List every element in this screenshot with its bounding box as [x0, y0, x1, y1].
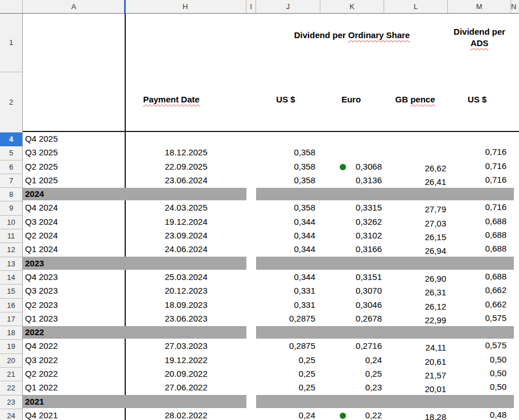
cell-dividend-ads-usd[interactable]: 0,575	[448, 311, 506, 325]
row-header-4[interactable]: 4	[0, 133, 22, 146]
row-header-11[interactable]: 11	[0, 229, 22, 243]
cell-dividend-usd[interactable]: 0,24	[256, 409, 315, 420]
cell-dividend-usd[interactable]: 0,331	[256, 298, 315, 312]
row-header-7[interactable]: 7	[0, 174, 22, 188]
payment-date-header[interactable]: Payment Date	[126, 94, 217, 104]
cell-dividend-euro[interactable]: 0,3262	[320, 215, 382, 229]
cell-payment-date[interactable]: 19.12.2022	[126, 353, 246, 367]
row-header-15[interactable]: 15	[0, 285, 22, 298]
row-header-1[interactable]: 1	[0, 14, 22, 72]
cell-dividend-ads-usd[interactable]: 0,575	[448, 339, 506, 352]
year-label[interactable]: 2022	[25, 326, 44, 339]
ads-usd-header[interactable]: US $	[448, 94, 506, 104]
year-label[interactable]: 2024	[25, 187, 44, 201]
row-header-22[interactable]: 22	[0, 381, 22, 395]
year-label[interactable]: 2021	[25, 395, 44, 409]
row-header-13[interactable]: 13	[0, 257, 22, 271]
cell-dividend-ads-usd[interactable]: 0,50	[448, 353, 506, 367]
cell-payment-date[interactable]: 27.03.2023	[126, 339, 246, 353]
column-header-H[interactable]: H	[125, 0, 246, 13]
row-header-18[interactable]: 18	[0, 326, 22, 340]
cell-quarter[interactable]: Q2 2025	[25, 160, 58, 174]
row-header-24[interactable]: 24	[0, 409, 22, 420]
row-header-16[interactable]: 16	[0, 299, 22, 312]
cell-dividend-ads-usd[interactable]: 0,48	[448, 408, 506, 420]
cell-dividend-euro[interactable]: 0,3136	[320, 174, 382, 187]
row-header-20[interactable]: 20	[0, 354, 22, 368]
cell-payment-date[interactable]: 24.06.2024	[126, 242, 246, 256]
cell-dividend-euro[interactable]: 0,3070	[320, 284, 382, 298]
cell-quarter[interactable]: Q4 2024	[25, 201, 58, 215]
cell-payment-date[interactable]: 23.06.2024	[126, 174, 246, 187]
cell-quarter[interactable]: Q3 2025	[25, 146, 58, 159]
row-header-2[interactable]: 2	[0, 72, 22, 133]
year-label[interactable]: 2023	[25, 257, 44, 270]
ordinary-share-group-header[interactable]: Dividend per Ordinary Share	[256, 30, 448, 40]
cell-payment-date[interactable]: 23.09.2024	[126, 229, 246, 242]
cell-dividend-ads-usd[interactable]: 0,50	[448, 380, 506, 394]
row-header-21[interactable]: 21	[0, 368, 22, 381]
cell-dividend-ads-usd[interactable]: 0,688	[448, 270, 506, 283]
row-header-12[interactable]: 12	[0, 243, 22, 257]
cell-dividend-usd[interactable]: 0,358	[256, 146, 315, 159]
cell-dividend-usd[interactable]: 0,358	[256, 174, 315, 187]
cell-dividend-ads-usd[interactable]: 0,688	[448, 215, 506, 228]
cell-dividend-ads-usd[interactable]: 0,662	[448, 298, 506, 311]
cell-quarter[interactable]: Q1 2025	[25, 174, 58, 187]
cell-dividend-euro[interactable]: 0,3151	[320, 270, 382, 284]
row-header-10[interactable]: 10	[0, 216, 22, 229]
cell-dividend-euro[interactable]	[320, 132, 382, 146]
cell-dividend-euro[interactable]: 0,2716	[320, 339, 382, 353]
cell-payment-date[interactable]: 24.03.2025	[126, 201, 246, 215]
cell-dividend-ads-usd[interactable]: 0,50	[448, 367, 506, 380]
cell-dividend-usd[interactable]: 0,344	[256, 229, 315, 242]
cell-dividend-usd[interactable]: 0,344	[256, 270, 315, 284]
cell-quarter[interactable]: Q3 2024	[25, 215, 58, 229]
cell-quarter[interactable]: Q2 2024	[25, 229, 58, 242]
cell-dividend-usd[interactable]: 0,358	[256, 201, 315, 215]
cell-quarter[interactable]: Q1 2022	[25, 381, 58, 394]
euro-header[interactable]: Euro	[320, 94, 382, 104]
row-header-23[interactable]: 23	[0, 396, 22, 409]
cell-dividend-euro[interactable]: 0,25	[320, 367, 382, 381]
usd-header[interactable]: US $	[256, 94, 315, 104]
cell-quarter[interactable]: Q3 2022	[25, 353, 58, 367]
row-header-9[interactable]: 9	[0, 201, 22, 215]
cell-dividend-ads-usd[interactable]: 0,716	[448, 173, 506, 187]
cell-payment-date[interactable]: 18.12.2025	[126, 146, 246, 159]
cell-payment-date[interactable]: 27.06.2022	[126, 381, 246, 394]
cell-payment-date[interactable]: 20.09.2022	[126, 367, 246, 381]
cell-dividend-euro[interactable]: 0,24	[320, 353, 382, 367]
column-header-K[interactable]: K	[320, 0, 384, 13]
cell-quarter[interactable]: Q2 2023	[25, 298, 58, 312]
cell-dividend-ads-usd[interactable]: 0,716	[448, 159, 506, 173]
cell-dividend-euro[interactable]: 0,3102	[320, 229, 382, 242]
cell-quarter[interactable]: Q4 2022	[25, 339, 58, 353]
row-header-5[interactable]: 5	[0, 146, 22, 160]
cell-payment-date[interactable]: 25.03.2024	[126, 270, 246, 284]
column-header-L[interactable]: L	[384, 0, 448, 13]
cell-quarter[interactable]: Q4 2023	[25, 270, 58, 284]
row-header-6[interactable]: 6	[0, 160, 22, 174]
cell-dividend-usd[interactable]: 0,344	[256, 215, 315, 229]
cell-dividend-ads-usd[interactable]: 0,662	[448, 283, 506, 297]
cell-payment-date[interactable]: 18.09.2023	[126, 298, 246, 312]
cell-dividend-euro[interactable]: 0,3166	[320, 242, 382, 256]
cell-payment-date[interactable]: 19.12.2024	[126, 215, 246, 229]
cell-dividend-usd[interactable]: 0,2875	[256, 339, 315, 353]
cell-dividend-usd[interactable]: 0,2875	[256, 312, 315, 326]
row-header-14[interactable]: 14	[0, 271, 22, 285]
column-header-M[interactable]: M	[448, 0, 511, 13]
cell-payment-date[interactable]	[126, 132, 246, 146]
cell-quarter[interactable]: Q4 2025	[25, 132, 58, 146]
cell-dividend-usd[interactable]	[256, 132, 315, 146]
cell-dividend-usd[interactable]: 0,331	[256, 284, 315, 298]
row-header-19[interactable]: 19	[0, 340, 22, 353]
cell-dividend-ads-usd[interactable]: 0,688	[448, 228, 506, 242]
column-header-N[interactable]: N	[511, 0, 519, 13]
cell-dividend-ads-usd[interactable]: 0,688	[448, 242, 506, 256]
cell-dividend-usd[interactable]: 0,25	[256, 367, 315, 381]
cell-payment-date[interactable]: 22.09.2025	[126, 160, 246, 174]
cell-quarter[interactable]: Q1 2024	[25, 242, 58, 256]
cell-payment-date[interactable]: 20.12.2023	[126, 284, 246, 298]
